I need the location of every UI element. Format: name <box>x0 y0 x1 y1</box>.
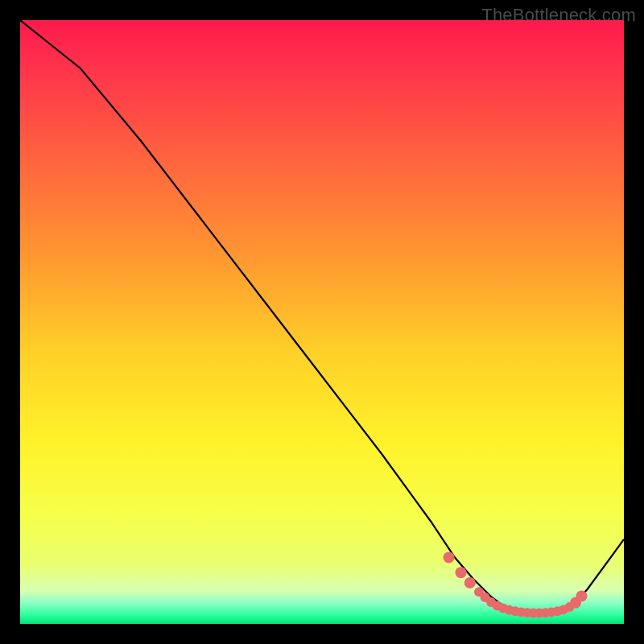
chart-stage: TheBottleneck.com <box>0 0 644 644</box>
marker-dot <box>444 552 455 564</box>
marker-dot <box>456 567 467 578</box>
marker-dot <box>464 577 476 588</box>
chart-svg <box>20 20 624 624</box>
plot-area <box>20 20 624 624</box>
gradient-background <box>20 20 624 624</box>
marker-dot <box>576 591 588 602</box>
